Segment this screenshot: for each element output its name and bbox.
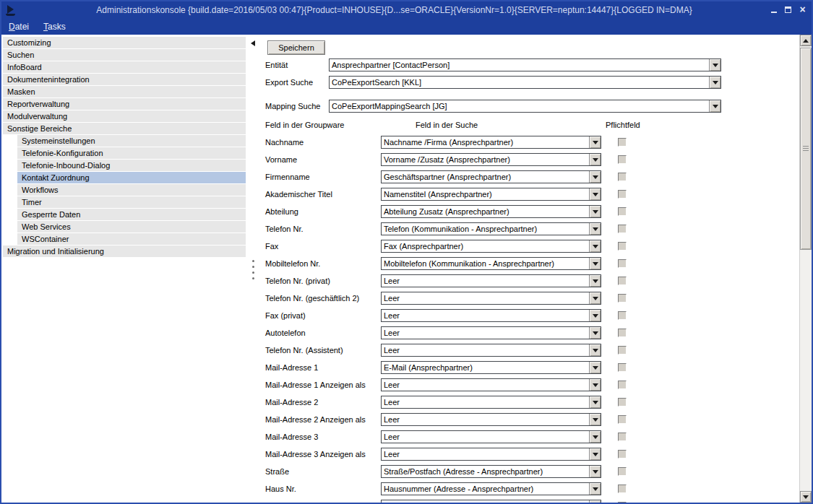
required-checkbox[interactable] bbox=[618, 138, 627, 147]
menu-item-tasks[interactable]: Tasks bbox=[43, 22, 66, 32]
mapping-value-select[interactable]: Namenstitel (Ansprechpartner) bbox=[381, 188, 601, 201]
splitter[interactable] bbox=[247, 35, 263, 503]
required-checkbox[interactable] bbox=[618, 277, 627, 285]
required-checkbox[interactable] bbox=[618, 155, 627, 164]
required-checkbox[interactable] bbox=[618, 381, 627, 389]
mapping-value-select[interactable]: Leer bbox=[381, 430, 601, 443]
dropdown-arrow-icon[interactable] bbox=[589, 206, 601, 217]
required-checkbox[interactable] bbox=[618, 329, 627, 337]
dropdown-arrow-icon[interactable] bbox=[589, 223, 601, 235]
sidebar-item-web-services[interactable]: Web Services bbox=[17, 221, 246, 233]
required-checkbox[interactable] bbox=[618, 225, 627, 233]
dropdown-arrow-icon[interactable] bbox=[589, 171, 601, 183]
mapping-value-select[interactable]: Leer bbox=[381, 396, 601, 409]
mapping-value-select[interactable]: Abteilung Zusatz (Ansprechpartner) bbox=[381, 205, 601, 218]
mapping-value-select[interactable] bbox=[381, 500, 601, 503]
required-checkbox[interactable] bbox=[618, 259, 627, 268]
required-checkbox[interactable] bbox=[618, 450, 627, 459]
title-bar[interactable]: Administrationskonsole {build.date=2016/… bbox=[1, 1, 812, 19]
dropdown-arrow-icon[interactable] bbox=[589, 466, 601, 477]
mapping-value-select[interactable]: Telefon (Kommunikation - Ansprechpartner… bbox=[381, 222, 601, 235]
dropdown-arrow-icon[interactable] bbox=[589, 448, 601, 460]
sidebar-item-modulverwaltung[interactable]: Modulverwaltung bbox=[3, 110, 246, 122]
required-checkbox[interactable] bbox=[618, 502, 627, 503]
scrollbar-thumb[interactable] bbox=[800, 48, 812, 250]
sidebar-item-dokumentenintegration[interactable]: Dokumentenintegration bbox=[3, 74, 246, 85]
required-checkbox[interactable] bbox=[618, 433, 627, 441]
required-checkbox[interactable] bbox=[618, 398, 627, 407]
save-button[interactable]: Speichern bbox=[267, 40, 325, 55]
dropdown-arrow-icon[interactable] bbox=[589, 344, 601, 356]
dropdown-arrow-icon[interactable] bbox=[589, 483, 601, 495]
entity-select[interactable]: Ansprechpartner [ContactPerson] bbox=[329, 58, 721, 71]
required-checkbox[interactable] bbox=[618, 415, 627, 424]
sidebar-item-suchen[interactable]: Suchen bbox=[3, 49, 246, 61]
mapping-value-select[interactable]: Leer bbox=[381, 413, 601, 426]
required-checkbox[interactable] bbox=[618, 242, 627, 251]
sidebar-item-infoboard[interactable]: InfoBoard bbox=[3, 61, 246, 73]
dropdown-arrow-icon[interactable] bbox=[589, 136, 601, 148]
sidebar-item-gesperrte-daten[interactable]: Gesperrte Daten bbox=[17, 209, 246, 220]
mapping-value-select[interactable]: Straße/Postfach (Adresse - Ansprechpartn… bbox=[381, 465, 601, 478]
dropdown-arrow-icon[interactable] bbox=[589, 292, 601, 304]
scroll-up-button[interactable] bbox=[800, 35, 812, 46]
dropdown-arrow-icon[interactable] bbox=[589, 275, 601, 287]
mapping-value-select[interactable]: Leer bbox=[381, 448, 601, 461]
required-checkbox[interactable] bbox=[618, 294, 627, 303]
sidebar-item-masken[interactable]: Masken bbox=[3, 86, 246, 97]
dropdown-arrow-icon[interactable] bbox=[589, 154, 601, 165]
required-checkbox[interactable] bbox=[618, 363, 627, 372]
dropdown-arrow-icon[interactable] bbox=[709, 59, 720, 71]
sidebar-item-telefonie-inbound-dialog[interactable]: Telefonie-Inbound-Dialog bbox=[17, 160, 246, 171]
dropdown-arrow-icon[interactable] bbox=[709, 77, 720, 88]
mapping-value-select[interactable]: Leer bbox=[381, 274, 601, 287]
mapping-value-select[interactable]: Leer bbox=[381, 344, 601, 357]
dropdown-arrow-icon[interactable] bbox=[709, 100, 720, 112]
sidebar-item-kontakt-zuordnung[interactable]: Kontakt Zuordnung bbox=[17, 172, 246, 183]
vertical-scrollbar[interactable] bbox=[799, 35, 812, 503]
mapping-value-select[interactable]: Vorname /Zusatz (Ansprechpartner) bbox=[381, 153, 601, 166]
required-checkbox[interactable] bbox=[618, 346, 627, 355]
dropdown-arrow-icon[interactable] bbox=[589, 240, 601, 252]
mapping-value-select[interactable]: Geschäftspartner (Ansprechpartner) bbox=[381, 170, 601, 183]
dropdown-arrow-icon[interactable] bbox=[589, 500, 601, 503]
sidebar-item-telefonie-konfiguration[interactable]: Telefonie-Konfiguration bbox=[17, 147, 246, 159]
scroll-down-button[interactable] bbox=[800, 491, 812, 503]
dropdown-arrow-icon[interactable] bbox=[589, 414, 601, 425]
mapping-search-select[interactable]: CoPeExportMappingSearch [JG] bbox=[329, 100, 721, 113]
required-checkbox[interactable] bbox=[618, 485, 627, 493]
sidebar-item-customizing[interactable]: Customizing bbox=[3, 37, 246, 48]
dropdown-arrow-icon[interactable] bbox=[589, 396, 601, 408]
sidebar-item-wscontainer[interactable]: WSContainer bbox=[17, 233, 246, 245]
mapping-value-select[interactable]: Hausnummer (Adresse - Ansprechpartner) bbox=[381, 482, 601, 495]
dropdown-arrow-icon[interactable] bbox=[589, 327, 601, 339]
minimize-button[interactable] bbox=[767, 4, 780, 15]
close-button[interactable]: × bbox=[796, 4, 809, 15]
menu-item-datei[interactable]: Datei bbox=[9, 22, 29, 32]
sidebar-item-sonstige-bereiche[interactable]: Sonstige Bereiche bbox=[3, 123, 246, 134]
sidebar-item-systemeinstellungen[interactable]: Systemeinstellungen bbox=[17, 135, 246, 147]
dropdown-arrow-icon[interactable] bbox=[589, 362, 601, 373]
dropdown-arrow-icon[interactable] bbox=[589, 258, 601, 269]
sidebar-item-timer[interactable]: Timer bbox=[17, 196, 246, 208]
required-checkbox[interactable] bbox=[618, 190, 627, 199]
sidebar-item-reportverwaltung[interactable]: Reportverwaltung bbox=[3, 98, 246, 110]
sidebar-item-workflows[interactable]: Workflows bbox=[17, 184, 246, 196]
mapping-value-select[interactable]: Nachname /Firma (Ansprechpartner) bbox=[381, 136, 601, 149]
mapping-value-select[interactable]: Leer bbox=[381, 326, 601, 339]
dropdown-arrow-icon[interactable] bbox=[589, 188, 601, 200]
dropdown-arrow-icon[interactable] bbox=[589, 310, 601, 321]
mapping-value-select[interactable]: Mobiltelefon (Kommunikation - Ansprechpa… bbox=[381, 257, 601, 270]
mapping-value-select[interactable]: Fax (Ansprechpartner) bbox=[381, 240, 601, 253]
required-checkbox[interactable] bbox=[618, 467, 627, 476]
sidebar-item-migration-und-initialisierung[interactable]: Migration und Initialisierung bbox=[3, 246, 246, 257]
collapse-left-icon[interactable] bbox=[251, 40, 255, 46]
maximize-button[interactable] bbox=[782, 4, 794, 15]
mapping-value-select[interactable]: E-Mail (Ansprechpartner) bbox=[381, 361, 601, 374]
dropdown-arrow-icon[interactable] bbox=[589, 431, 601, 443]
dropdown-arrow-icon[interactable] bbox=[589, 379, 601, 391]
required-checkbox[interactable] bbox=[618, 311, 627, 320]
mapping-value-select[interactable]: Leer bbox=[381, 309, 601, 322]
mapping-value-select[interactable]: Leer bbox=[381, 378, 601, 391]
export-search-select[interactable]: CoPeExportSearch [KKL] bbox=[329, 76, 721, 89]
